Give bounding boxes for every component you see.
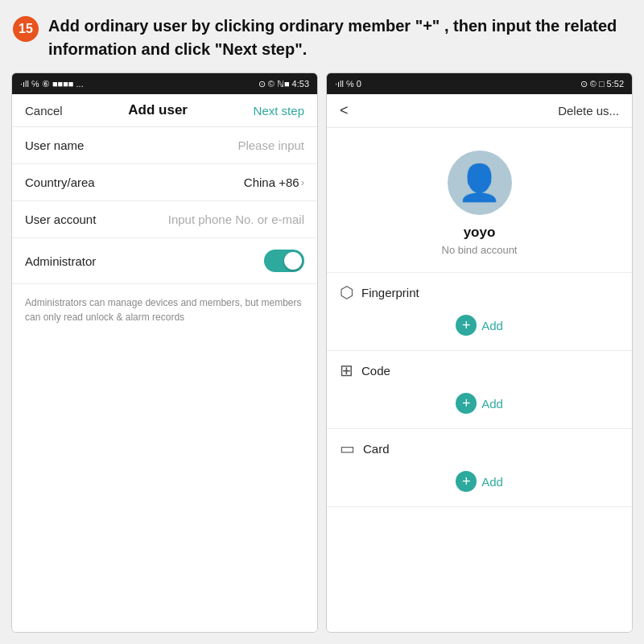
country-label: Country/area bbox=[25, 175, 95, 189]
bind-account-status: No bind account bbox=[442, 244, 518, 256]
card-add-btn[interactable]: + Add bbox=[340, 466, 619, 497]
nav-bar-right: < Delete us... bbox=[327, 94, 632, 128]
time-right: ⊙ © □ 5:52 bbox=[580, 79, 624, 89]
username-input[interactable]: Please input bbox=[237, 138, 304, 152]
instruction-text: Add ordinary user by clicking ordinary m… bbox=[48, 14, 628, 61]
signal-icons-left: ·ıll ℅ ⑥ ■■■■ ... bbox=[20, 79, 84, 89]
fingerprint-title: Fingerprint bbox=[361, 286, 419, 299]
code-add-label: Add bbox=[481, 397, 503, 411]
cancel-button[interactable]: Cancel bbox=[25, 104, 63, 118]
add-user-form: User name Please input Country/area Chin… bbox=[12, 127, 317, 632]
code-icon: ⊞ bbox=[340, 361, 353, 380]
fingerprint-header: ⬡ Fingerprint bbox=[340, 283, 619, 302]
code-section: ⊞ Code + Add bbox=[327, 351, 632, 429]
delete-user-button[interactable]: Delete us... bbox=[558, 104, 619, 118]
code-title: Code bbox=[361, 364, 390, 378]
fingerprint-add-label: Add bbox=[481, 319, 503, 332]
left-phone-screen: ·ıll ℅ ⑥ ■■■■ ... ⊙ © ℕ■ 4:53 Cancel Add… bbox=[11, 72, 318, 633]
add-user-title: Add user bbox=[128, 102, 188, 118]
code-add-icon: + bbox=[456, 393, 477, 414]
time-left: ⊙ © ℕ■ 4:53 bbox=[258, 79, 309, 89]
account-input[interactable]: Input phone No. or e-mail bbox=[168, 213, 304, 226]
username-label: User name bbox=[25, 138, 84, 152]
administrator-toggle[interactable] bbox=[264, 250, 304, 272]
screenshots-row: ·ıll ℅ ⑥ ■■■■ ... ⊙ © ℕ■ 4:53 Cancel Add… bbox=[0, 72, 644, 644]
step-badge: 15 bbox=[13, 16, 39, 42]
back-button[interactable]: < bbox=[340, 102, 349, 119]
card-icon: ▭ bbox=[340, 439, 355, 458]
country-value: China +86 › bbox=[244, 175, 304, 189]
admin-note: Administrators can manage devices and me… bbox=[12, 284, 317, 336]
status-right-left: ⊙ © ℕ■ 4:53 bbox=[258, 79, 309, 89]
avatar: 👤 bbox=[448, 151, 512, 215]
signal-icons-right: ·ıll ℅ 0 bbox=[335, 79, 361, 89]
card-add-label: Add bbox=[481, 475, 503, 489]
chevron-right-icon: › bbox=[301, 176, 304, 188]
administrator-row: Administrator bbox=[12, 238, 317, 284]
nav-bar-left: Cancel Add user Next step bbox=[12, 94, 317, 127]
country-row[interactable]: Country/area China +86 › bbox=[12, 164, 317, 201]
right-phone-screen: ·ıll ℅ 0 ⊙ © □ 5:52 < Delete us... 👤 bbox=[326, 72, 633, 633]
account-row: User account Input phone No. or e-mail bbox=[12, 201, 317, 238]
status-right-right: ⊙ © □ 5:52 bbox=[580, 79, 624, 89]
username-row: User name Please input bbox=[12, 127, 317, 164]
user-avatar-icon: 👤 bbox=[457, 162, 502, 204]
status-bar-right: ·ıll ℅ 0 ⊙ © □ 5:52 bbox=[327, 73, 632, 94]
page-container: 15 Add ordinary user by clicking ordinar… bbox=[0, 0, 644, 644]
status-left-right: ·ıll ℅ 0 bbox=[335, 79, 361, 89]
status-bar-left: ·ıll ℅ ⑥ ■■■■ ... ⊙ © ℕ■ 4:53 bbox=[12, 73, 317, 94]
fingerprint-icon: ⬡ bbox=[340, 283, 353, 302]
card-section: ▭ Card + Add bbox=[327, 429, 632, 507]
user-name-display: yoyo bbox=[464, 225, 496, 241]
card-add-icon: + bbox=[456, 471, 477, 492]
code-header: ⊞ Code bbox=[340, 361, 619, 380]
code-add-btn[interactable]: + Add bbox=[340, 388, 619, 419]
card-title: Card bbox=[363, 442, 390, 456]
account-label: User account bbox=[25, 213, 96, 226]
instruction-area: 15 Add ordinary user by clicking ordinar… bbox=[0, 0, 644, 72]
card-header: ▭ Card bbox=[340, 439, 619, 458]
fingerprint-section: ⬡ Fingerprint + Add bbox=[327, 273, 632, 351]
profile-content: 👤 yoyo No bind account ⬡ Fingerprint + A… bbox=[327, 128, 632, 632]
toggle-knob bbox=[284, 252, 302, 270]
status-left-left: ·ıll ℅ ⑥ ■■■■ ... bbox=[20, 79, 84, 89]
administrator-label: Administrator bbox=[25, 254, 96, 268]
avatar-section: 👤 yoyo No bind account bbox=[327, 128, 632, 273]
fingerprint-add-btn[interactable]: + Add bbox=[340, 310, 619, 341]
next-step-button[interactable]: Next step bbox=[254, 104, 304, 118]
fingerprint-add-icon: + bbox=[456, 315, 477, 336]
